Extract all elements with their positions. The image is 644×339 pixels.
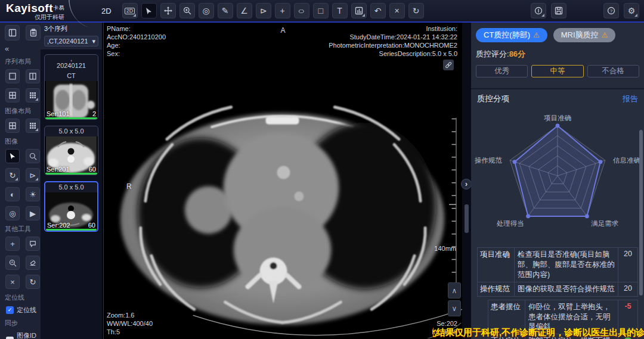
thumbnail-scout[interactable]: Ser:1012 xyxy=(45,81,98,119)
research-disclaimer-marquee: 此结果仅用于科研,不作诊断证明，诊断以医生出具的诊断 xyxy=(433,327,644,338)
thumbnail-neck-bright[interactable]: Ser:20160 xyxy=(45,136,98,175)
thumbnail-neck-dark[interactable]: Ser:20260 xyxy=(45,192,97,231)
ellipse-roi-button[interactable]: ○ xyxy=(294,3,309,18)
help-button[interactable]: ? xyxy=(603,3,619,18)
study-info-overlay: Institusion: StudyDateTime:2024-01-21 14… xyxy=(329,24,457,58)
reset-button[interactable]: ↻ xyxy=(408,3,424,18)
rotate-tool-sidebar[interactable]: ↻ xyxy=(5,168,20,182)
orientation-anterior: A xyxy=(280,26,285,35)
pan-tool-button[interactable] xyxy=(160,3,176,18)
reset-other-tool[interactable]: ↻ xyxy=(26,275,40,289)
qc-score: 质控评分:86分 xyxy=(476,49,639,60)
eraser-icon xyxy=(29,259,36,266)
rect-roi-button[interactable]: □ xyxy=(313,3,329,18)
section-title-image-layout: 图像布局 xyxy=(0,107,41,116)
divider-scrollbar[interactable] xyxy=(465,204,469,233)
tab-ct-qc[interactable]: CT质控(肺部) ⚠ xyxy=(476,28,547,42)
layout-2x2-icon xyxy=(9,92,16,99)
scroll-up-button[interactable]: ∧ xyxy=(448,282,461,298)
delete-button[interactable]: × xyxy=(389,3,405,18)
crosshair-tool-button[interactable]: + xyxy=(275,3,290,18)
img-layout-3x3-button[interactable] xyxy=(26,119,40,133)
cursor-tool-sidebar[interactable] xyxy=(5,149,20,163)
scroll-down-button[interactable]: ∨ xyxy=(448,300,461,316)
table-row: 项目准确 检查项目是否准确(项目如脑部、胸部、腹部是否在标准的范围内容) 20 xyxy=(478,248,637,282)
logo-text: Kayisoft xyxy=(6,2,53,14)
cine-probe-tool-sidebar[interactable]: ⊳ xyxy=(26,168,40,182)
info-icon xyxy=(534,7,543,15)
play-tool-sidebar[interactable]: ▶ xyxy=(26,206,40,220)
study-select-dropdown[interactable]: ,CT,20240121 ▾ xyxy=(44,36,98,46)
panel-layout-tab[interactable] xyxy=(5,25,20,41)
tab-mri-qc[interactable]: MRI脑质控 ⚠ xyxy=(553,28,616,42)
qc-panel: CT质控(肺部) ⚠ MRI脑质控 ⚠ 质控评分:86分 优秀 中等 不合格 质… xyxy=(471,23,644,339)
cobb-probe-tool-button[interactable]: ⊳ xyxy=(256,3,271,18)
panel-layout-icon xyxy=(8,29,17,37)
zoom-in-tool-button[interactable] xyxy=(179,3,195,18)
toolbar-far-right-group: ? ⚙ xyxy=(603,3,639,18)
series-panel: 3个序列 ,CT,20240121 ▾ , 20240121 CT xyxy=(41,23,103,339)
angle-tool-button[interactable]: ∠ xyxy=(237,3,252,18)
layout-3x3-button[interactable] xyxy=(26,88,40,102)
series-card-202-selected[interactable]: 5.0 x 5.0 Ser:20260 xyxy=(44,181,98,232)
grade-fail-button[interactable]: 不合格 xyxy=(587,65,639,77)
info-button[interactable] xyxy=(531,3,546,18)
top-toolbar: Kayisoft卡易 仅用于科研 2D 2D ◎ ✎ ∠ ⊳ + ○ □ T xyxy=(0,0,644,23)
grade-excellent-button[interactable]: 优秀 xyxy=(476,65,528,77)
svg-text:处理得当: 处理得当 xyxy=(497,220,524,227)
pencil-tool-button[interactable]: ✎ xyxy=(218,3,233,18)
eraser-other-tool[interactable] xyxy=(26,256,40,270)
qc-panel-scrollbar[interactable] xyxy=(639,130,643,296)
link-icon xyxy=(445,61,452,69)
svg-text:?: ? xyxy=(610,8,613,14)
expand-panel-button[interactable]: › xyxy=(461,179,472,189)
magnifier-icon xyxy=(29,153,37,160)
pointer-tool-button[interactable] xyxy=(141,3,157,18)
pan-icon xyxy=(164,7,172,15)
warning-icon: ⚠ xyxy=(533,31,540,39)
roi-search-other-tool[interactable]: A xyxy=(5,256,20,270)
layout-1x2-button[interactable] xyxy=(26,69,40,83)
target-tool-sidebar[interactable]: ◎ xyxy=(5,206,20,220)
svg-text:信息准确: 信息准确 xyxy=(613,157,640,164)
warning-icon: ⚠ xyxy=(602,31,608,39)
main-viewport[interactable]: PName: AccNO:2401210200 Age: Sex: Instit… xyxy=(103,23,462,339)
load-progress xyxy=(45,117,97,119)
collapse-sidebar-button[interactable]: « xyxy=(0,44,41,53)
save-button[interactable] xyxy=(551,3,566,18)
settings-button[interactable]: ⚙ xyxy=(624,3,639,18)
section-title-locator: 定位线 xyxy=(0,293,41,302)
report-tab[interactable] xyxy=(26,25,41,41)
image-id-sync-checkbox[interactable] xyxy=(6,337,14,339)
locator-line-checkbox[interactable] xyxy=(6,306,14,314)
annotation-other-tool[interactable] xyxy=(26,237,40,251)
img-layout-2x2-button[interactable] xyxy=(5,119,20,133)
layout-1x1-button[interactable] xyxy=(5,69,20,83)
brightness-tool-sidebar[interactable]: ☀ xyxy=(26,187,40,201)
series-card-101[interactable]: , 20240121 CT Ser:1012 xyxy=(44,54,98,120)
zoom-in-icon xyxy=(183,7,191,15)
crosshair-other-tool[interactable]: + xyxy=(5,237,20,251)
magnifier-tool-sidebar[interactable] xyxy=(26,149,40,163)
series-card-201[interactable]: 5.0 x 5.0 Ser:20160 xyxy=(44,126,98,175)
window-level-button[interactable] xyxy=(351,3,367,18)
layout-2x2-button[interactable] xyxy=(5,88,20,102)
delete-other-tool[interactable]: × xyxy=(5,275,20,289)
link-sync-button[interactable] xyxy=(443,60,454,70)
undo-button[interactable]: ↶ xyxy=(370,3,386,18)
svg-text:操作规范: 操作规范 xyxy=(475,157,503,164)
report-icon xyxy=(29,29,38,37)
layout-2d-button[interactable]: 2D xyxy=(122,3,138,18)
report-link[interactable]: 报告 xyxy=(623,94,638,104)
checkbox-row-locator-line[interactable]: 定位线 xyxy=(0,306,41,315)
section-title-sync: 同步 xyxy=(0,319,41,328)
pacs-app: Kayisoft卡易 仅用于科研 2D 2D ◎ ✎ ∠ ⊳ + ○ □ T xyxy=(0,0,644,339)
qc-detail-section: 质控分项 报告 项目准确信息准确满足需求处理得当操作规范 项目准确 检查项目是否… xyxy=(471,88,644,339)
contrast-tool-sidebar[interactable]: ◐ xyxy=(5,187,20,201)
localizer-tool-button[interactable]: ◎ xyxy=(199,3,214,18)
speech-bubble-icon xyxy=(29,240,36,247)
text-annotation-button[interactable]: T xyxy=(332,3,348,18)
roi-magnifier-icon: A xyxy=(9,259,17,267)
grade-medium-button[interactable]: 中等 xyxy=(531,65,583,77)
checkbox-row-image-id-sync[interactable]: 图像ID同步 xyxy=(0,331,41,339)
